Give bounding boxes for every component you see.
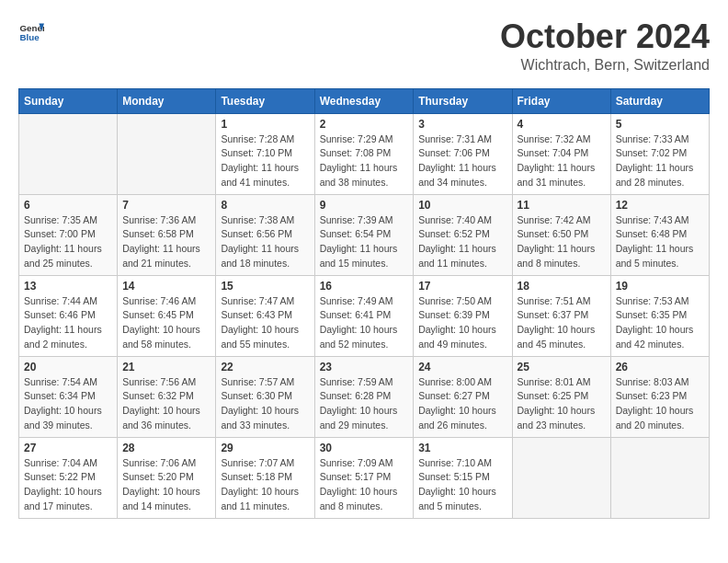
day-detail: Sunrise: 7:36 AMSunset: 6:58 PMDaylight:…: [122, 213, 210, 271]
calendar-cell: 6Sunrise: 7:35 AMSunset: 7:00 PMDaylight…: [19, 194, 118, 275]
logo-icon: General Blue: [18, 18, 44, 44]
day-detail: Sunrise: 7:50 AMSunset: 6:39 PMDaylight:…: [418, 294, 506, 352]
week-row-2: 6Sunrise: 7:35 AMSunset: 7:00 PMDaylight…: [19, 194, 710, 275]
day-detail: Sunrise: 7:49 AMSunset: 6:41 PMDaylight:…: [320, 294, 409, 352]
day-number: 16: [320, 280, 409, 293]
svg-text:Blue: Blue: [19, 32, 40, 42]
week-row-3: 13Sunrise: 7:44 AMSunset: 6:46 PMDayligh…: [19, 275, 710, 356]
calendar-cell: 9Sunrise: 7:39 AMSunset: 6:54 PMDaylight…: [314, 194, 414, 275]
calendar-cell: 2Sunrise: 7:29 AMSunset: 7:08 PMDaylight…: [314, 113, 414, 194]
calendar-cell: 22Sunrise: 7:57 AMSunset: 6:30 PMDayligh…: [216, 356, 314, 437]
calendar-cell: 5Sunrise: 7:33 AMSunset: 7:02 PMDaylight…: [610, 113, 709, 194]
day-number: 1: [221, 118, 309, 131]
day-detail: Sunrise: 7:35 AMSunset: 7:00 PMDaylight:…: [24, 213, 112, 271]
calendar-cell: 10Sunrise: 7:40 AMSunset: 6:52 PMDayligh…: [414, 194, 512, 275]
day-number: 25: [518, 361, 606, 373]
day-number: 6: [24, 199, 112, 212]
day-detail: Sunrise: 7:44 AMSunset: 6:46 PMDaylight:…: [24, 294, 112, 352]
calendar-cell: 27Sunrise: 7:04 AMSunset: 5:22 PMDayligh…: [19, 437, 118, 518]
day-number: 27: [24, 442, 112, 454]
day-number: 24: [418, 361, 506, 373]
day-detail: Sunrise: 7:57 AMSunset: 6:30 PMDaylight:…: [221, 375, 309, 433]
day-detail: Sunrise: 7:06 AMSunset: 5:20 PMDaylight:…: [122, 456, 210, 514]
day-number: 8: [221, 199, 309, 212]
calendar-cell: 26Sunrise: 8:03 AMSunset: 6:23 PMDayligh…: [610, 356, 709, 437]
day-detail: Sunrise: 7:42 AMSunset: 6:50 PMDaylight:…: [518, 213, 606, 271]
week-row-1: 1Sunrise: 7:28 AMSunset: 7:10 PMDaylight…: [19, 113, 710, 194]
day-number: 31: [418, 442, 506, 454]
header-day-tuesday: Tuesday: [216, 88, 314, 113]
calendar-cell: [118, 113, 216, 194]
calendar-cell: 17Sunrise: 7:50 AMSunset: 6:39 PMDayligh…: [414, 275, 512, 356]
calendar-cell: 29Sunrise: 7:07 AMSunset: 5:18 PMDayligh…: [216, 437, 314, 518]
header-day-wednesday: Wednesday: [314, 88, 414, 113]
week-row-5: 27Sunrise: 7:04 AMSunset: 5:22 PMDayligh…: [19, 437, 710, 518]
calendar-cell: 25Sunrise: 8:01 AMSunset: 6:25 PMDayligh…: [512, 356, 610, 437]
day-number: 28: [122, 442, 210, 454]
day-number: 18: [518, 280, 606, 293]
day-detail: Sunrise: 7:56 AMSunset: 6:32 PMDaylight:…: [122, 375, 210, 433]
calendar-cell: 13Sunrise: 7:44 AMSunset: 6:46 PMDayligh…: [19, 275, 118, 356]
calendar-cell: [610, 437, 709, 518]
day-detail: Sunrise: 8:00 AMSunset: 6:27 PMDaylight:…: [418, 375, 506, 433]
calendar-cell: 30Sunrise: 7:09 AMSunset: 5:17 PMDayligh…: [314, 437, 414, 518]
day-detail: Sunrise: 7:43 AMSunset: 6:48 PMDaylight:…: [616, 213, 704, 271]
day-detail: Sunrise: 7:53 AMSunset: 6:35 PMDaylight:…: [616, 294, 704, 352]
day-number: 17: [418, 280, 506, 293]
calendar-cell: 18Sunrise: 7:51 AMSunset: 6:37 PMDayligh…: [512, 275, 610, 356]
day-detail: Sunrise: 8:01 AMSunset: 6:25 PMDaylight:…: [518, 375, 606, 433]
day-detail: Sunrise: 7:33 AMSunset: 7:02 PMDaylight:…: [616, 132, 704, 190]
day-detail: Sunrise: 7:29 AMSunset: 7:08 PMDaylight:…: [320, 132, 409, 190]
week-row-4: 20Sunrise: 7:54 AMSunset: 6:34 PMDayligh…: [19, 356, 710, 437]
day-number: 10: [418, 199, 506, 212]
day-number: 2: [320, 118, 409, 131]
calendar-cell: 20Sunrise: 7:54 AMSunset: 6:34 PMDayligh…: [19, 356, 118, 437]
day-number: 13: [24, 280, 112, 293]
header-day-friday: Friday: [512, 88, 610, 113]
calendar-cell: 15Sunrise: 7:47 AMSunset: 6:43 PMDayligh…: [216, 275, 314, 356]
day-detail: Sunrise: 7:28 AMSunset: 7:10 PMDaylight:…: [221, 132, 309, 190]
day-number: 22: [221, 361, 309, 373]
day-number: 30: [320, 442, 409, 454]
day-detail: Sunrise: 7:31 AMSunset: 7:06 PMDaylight:…: [418, 132, 506, 190]
calendar-cell: [19, 113, 118, 194]
day-number: 19: [616, 280, 704, 293]
day-detail: Sunrise: 7:39 AMSunset: 6:54 PMDaylight:…: [320, 213, 409, 271]
day-number: 23: [320, 361, 409, 373]
calendar-cell: [512, 437, 610, 518]
logo: General Blue: [18, 18, 44, 44]
day-number: 15: [221, 280, 309, 293]
day-detail: Sunrise: 7:40 AMSunset: 6:52 PMDaylight:…: [418, 213, 506, 271]
calendar-cell: 23Sunrise: 7:59 AMSunset: 6:28 PMDayligh…: [314, 356, 414, 437]
page-header: General Blue October 2024 Wichtrach, Ber…: [18, 18, 710, 74]
day-detail: Sunrise: 7:47 AMSunset: 6:43 PMDaylight:…: [221, 294, 309, 352]
day-detail: Sunrise: 7:38 AMSunset: 6:56 PMDaylight:…: [221, 213, 309, 271]
calendar-cell: 21Sunrise: 7:56 AMSunset: 6:32 PMDayligh…: [118, 356, 216, 437]
day-detail: Sunrise: 7:07 AMSunset: 5:18 PMDaylight:…: [221, 456, 309, 514]
day-number: 4: [518, 118, 606, 131]
day-number: 11: [518, 199, 606, 212]
header-day-monday: Monday: [118, 88, 216, 113]
calendar-cell: 1Sunrise: 7:28 AMSunset: 7:10 PMDaylight…: [216, 113, 314, 194]
day-number: 26: [616, 361, 704, 373]
calendar-cell: 11Sunrise: 7:42 AMSunset: 6:50 PMDayligh…: [512, 194, 610, 275]
calendar-table: SundayMondayTuesdayWednesdayThursdayFrid…: [18, 88, 710, 519]
day-number: 5: [616, 118, 704, 131]
title-section: October 2024 Wichtrach, Bern, Switzerlan…: [500, 18, 710, 74]
day-detail: Sunrise: 7:09 AMSunset: 5:17 PMDaylight:…: [320, 456, 409, 514]
calendar-cell: 4Sunrise: 7:32 AMSunset: 7:04 PMDaylight…: [512, 113, 610, 194]
header-day-saturday: Saturday: [610, 88, 709, 113]
day-detail: Sunrise: 8:03 AMSunset: 6:23 PMDaylight:…: [616, 375, 704, 433]
calendar-cell: 16Sunrise: 7:49 AMSunset: 6:41 PMDayligh…: [314, 275, 414, 356]
header-row: SundayMondayTuesdayWednesdayThursdayFrid…: [19, 88, 710, 113]
calendar-cell: 12Sunrise: 7:43 AMSunset: 6:48 PMDayligh…: [610, 194, 709, 275]
calendar-cell: 7Sunrise: 7:36 AMSunset: 6:58 PMDaylight…: [118, 194, 216, 275]
calendar-cell: 8Sunrise: 7:38 AMSunset: 6:56 PMDaylight…: [216, 194, 314, 275]
day-detail: Sunrise: 7:04 AMSunset: 5:22 PMDaylight:…: [24, 456, 112, 514]
calendar-cell: 3Sunrise: 7:31 AMSunset: 7:06 PMDaylight…: [414, 113, 512, 194]
day-number: 7: [122, 199, 210, 212]
day-detail: Sunrise: 7:10 AMSunset: 5:15 PMDaylight:…: [418, 456, 506, 514]
day-number: 29: [221, 442, 309, 454]
day-detail: Sunrise: 7:51 AMSunset: 6:37 PMDaylight:…: [518, 294, 606, 352]
day-detail: Sunrise: 7:32 AMSunset: 7:04 PMDaylight:…: [518, 132, 606, 190]
